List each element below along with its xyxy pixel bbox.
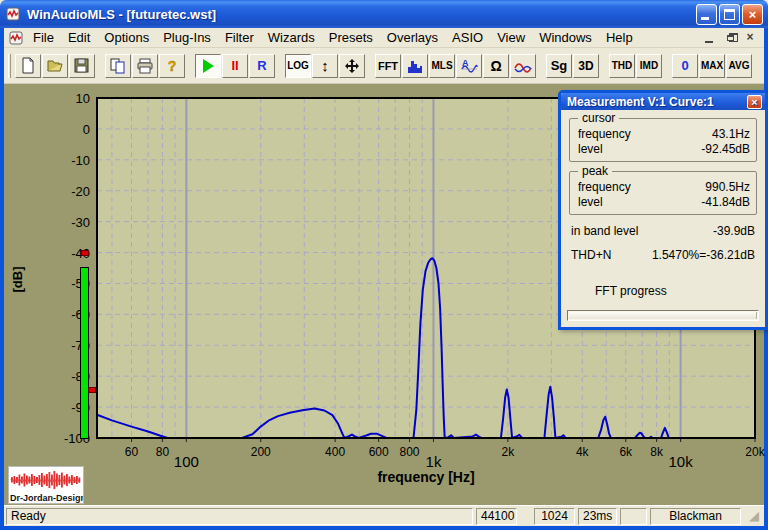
toolbar-group: IIR: [195, 54, 276, 78]
main-window: WinAudioMLS - [futuretec.wst] × FileEdit…: [0, 0, 768, 530]
measurement-row: frequency43.1Hz: [578, 127, 750, 142]
menu-presets[interactable]: Presets: [322, 29, 380, 46]
brand-logo-text: Dr-Jordan-Design: [10, 493, 84, 503]
x-axis-label-major: 100: [174, 453, 199, 470]
x-axis-label-major: 1k: [426, 453, 442, 470]
minimize-icon: [701, 17, 709, 20]
y-axis-label: 10: [56, 91, 90, 106]
toolbar-group: [15, 54, 96, 78]
spectrum-bars-button[interactable]: [402, 54, 428, 78]
measurement-row: THD+N1.5470%=-36.21dB: [569, 248, 757, 263]
zero-button[interactable]: 0: [672, 54, 698, 78]
pause-button[interactable]: II: [222, 54, 248, 78]
mdi-minimize-button[interactable]: [702, 31, 718, 45]
brand-logo: Dr-Jordan-Design: [8, 466, 84, 504]
copy-button[interactable]: [105, 54, 131, 78]
x-axis-label: 20k: [745, 445, 764, 459]
x-axis-title: frequency [Hz]: [336, 469, 516, 485]
imd-button[interactable]: IMD: [636, 54, 662, 78]
reset-button[interactable]: R: [249, 54, 275, 78]
menu-view[interactable]: View: [490, 29, 532, 46]
title-bar[interactable]: WinAudioMLS - [futuretec.wst] ×: [0, 0, 768, 28]
measurement-label: level: [578, 195, 701, 210]
mdi-restore-icon: [727, 35, 734, 41]
measurement-value: 43.1Hz: [712, 127, 750, 142]
toolbar: ?IIRLOG↕FFTMLSAΩSg3DTHDIMD0MAXAVG: [4, 48, 764, 84]
toolbar-grip[interactable]: [8, 54, 11, 78]
mdi-restore-button[interactable]: [722, 31, 738, 45]
measurement-value: 990.5Hz: [705, 180, 750, 195]
log-scale-button[interactable]: LOG: [285, 54, 311, 78]
fft-button[interactable]: FFT: [375, 54, 401, 78]
measurement-close-icon: ×: [751, 96, 757, 108]
status-pane-fft-size: 1024: [534, 508, 575, 525]
minimize-button[interactable]: [696, 4, 717, 25]
print-button[interactable]: [132, 54, 158, 78]
impedance-button[interactable]: Ω: [483, 54, 509, 78]
y-axis-label: -30: [56, 215, 90, 230]
menu-bar: FileEditOptionsPlug-InsFilterWizardsPres…: [4, 28, 764, 48]
toolbar-group: THDIMD: [609, 54, 663, 78]
app-icon: [5, 6, 22, 22]
menu-edit[interactable]: Edit: [61, 29, 97, 46]
menu-asio[interactable]: ASIO: [445, 29, 490, 46]
maximize-button[interactable]: [719, 4, 740, 25]
vertical-scale-button[interactable]: ↕: [312, 54, 338, 78]
x-axis-label: 200: [251, 445, 271, 459]
dual-curve-button[interactable]: [510, 54, 536, 78]
meter-peak-marker-2: [88, 387, 96, 393]
document-icon[interactable]: [8, 30, 26, 46]
menu-wizards[interactable]: Wizards: [261, 29, 322, 46]
x-axis-label: 600: [369, 445, 389, 459]
measurement-value: 1.5470%=-36.21dB: [652, 248, 755, 263]
menu-file[interactable]: File: [26, 29, 61, 46]
mls-button[interactable]: MLS: [429, 54, 455, 78]
close-icon: ×: [749, 7, 757, 22]
measurement-window: Measurement V:1 Curve:1 × cursorfrequenc…: [558, 90, 768, 330]
menu-help[interactable]: Help: [599, 29, 640, 46]
new-button[interactable]: [15, 54, 41, 78]
measurement-value: -41.84dB: [701, 195, 750, 210]
mdi-minimize-icon: [705, 41, 713, 43]
measurement-title-bar[interactable]: Measurement V:1 Curve:1 ×: [561, 93, 765, 110]
toolbar-group: Sg3D: [546, 54, 600, 78]
play-button[interactable]: [195, 54, 221, 78]
y-axis-label: 0: [56, 122, 90, 137]
resize-grip[interactable]: ◢: [746, 508, 762, 524]
toolbar-group: ?: [105, 54, 186, 78]
printer-icon: [136, 57, 154, 75]
menu-filter[interactable]: Filter: [218, 29, 261, 46]
open-button[interactable]: [42, 54, 68, 78]
close-button[interactable]: ×: [742, 4, 763, 25]
cross-arrows-icon: [343, 57, 361, 75]
pan-zoom-button[interactable]: [339, 54, 365, 78]
save-button[interactable]: [69, 54, 95, 78]
open-folder-icon: [46, 57, 64, 75]
status-pane-extra: [620, 508, 647, 525]
measurement-close-button[interactable]: ×: [747, 95, 762, 109]
thd-button[interactable]: THD: [609, 54, 635, 78]
measurement-body: cursorfrequency43.1Hzlevel-92.45dBpeakfr…: [561, 110, 765, 330]
3d-view-button[interactable]: 3D: [573, 54, 599, 78]
x-axis-label-major: 10k: [669, 453, 693, 470]
x-axis-label: 8k: [650, 445, 663, 459]
max-button[interactable]: MAX: [699, 54, 725, 78]
signal-generator-button[interactable]: Sg: [546, 54, 572, 78]
status-pane-sample-rate: 44100: [476, 508, 517, 525]
menu-windows[interactable]: Windows: [532, 29, 599, 46]
menu-plug-ins[interactable]: Plug-Ins: [156, 29, 218, 46]
status-pane-latency: 23ms: [578, 508, 617, 525]
toolbar-group: FFTMLSAΩ: [375, 54, 537, 78]
mdi-close-button[interactable]: ×: [742, 31, 758, 45]
x-axis-label: 60: [125, 445, 138, 459]
fft-progress-label: FFT progress: [595, 284, 667, 298]
logo-waveform-icon: [9, 467, 83, 493]
question-icon: ?: [163, 57, 181, 75]
menu-overlays[interactable]: Overlays: [380, 29, 445, 46]
sine-signal-button[interactable]: A: [456, 54, 482, 78]
help-button[interactable]: ?: [159, 54, 185, 78]
avg-button[interactable]: AVG: [726, 54, 752, 78]
measurement-group-cursor: cursorfrequency43.1Hzlevel-92.45dB: [569, 118, 757, 162]
menu-options[interactable]: Options: [97, 29, 156, 46]
floppy-icon: [73, 57, 91, 75]
